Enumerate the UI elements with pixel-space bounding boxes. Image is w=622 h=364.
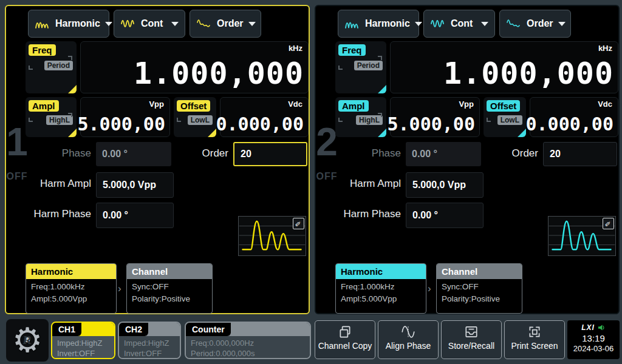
frequency-unit: kHz (289, 44, 302, 53)
counter-period: Period:0.000,000s (191, 348, 305, 359)
harm-ampl-value: 5.000,0 Vpp (412, 180, 466, 190)
order-mode-dropdown[interactable]: Order (499, 10, 571, 38)
tab-harmonic-freq: Freq:1.000kHz (26, 279, 116, 291)
ch2-status-card[interactable]: CH2 Imped:HighZ Invert:OFF (118, 322, 181, 359)
frequency-display[interactable]: kHz 1.000,000 (80, 41, 309, 93)
waveform-type-dropdown[interactable]: Harmonic (338, 10, 419, 38)
tab-channel-sync: Sync:OFF (127, 279, 212, 291)
ch2-invert: Invert:OFF (124, 348, 175, 359)
ampl-badge[interactable]: Ampl (29, 100, 59, 112)
offset-badge[interactable]: Offset (487, 100, 520, 112)
frequency-value: 1.000,000 (134, 56, 304, 91)
phase-label: Phase (316, 147, 401, 160)
offset-lowlevel-selector[interactable]: Offset LowL (174, 97, 216, 137)
harm-ampl-label: Harm Ampl (316, 178, 401, 190)
phase-field[interactable]: 0.00 ° (406, 142, 481, 166)
amplitude-value: 5.000,00 (78, 113, 166, 135)
period-badge[interactable]: Period (354, 61, 383, 70)
harm-ampl-field[interactable]: 5.000,0 Vpp (406, 172, 484, 198)
counter-card-body: Freq:0.000,000Hz Period:0.000,000s (186, 336, 310, 359)
harm-ampl-value: 5.000,0 Vpp (103, 180, 156, 190)
tab-harmonic[interactable]: Harmonic Freq:1.000kHz Ampl:5.000Vpp (26, 263, 117, 314)
archive-icon (464, 325, 479, 339)
harm-ampl-field[interactable]: 5.000,0 Vpp (96, 172, 174, 198)
freq-period-selector[interactable]: Freq Period (26, 41, 77, 93)
phase-field[interactable]: 0.00 ° (96, 142, 171, 166)
chevron-down-icon (481, 22, 488, 26)
edit-waveform-button[interactable] (293, 218, 304, 229)
tab-channel-polarity: Polarity:Positive (127, 291, 212, 303)
corner-mark (68, 56, 72, 60)
corner-mark (378, 113, 382, 117)
counter-status-card[interactable]: Counter Freq:0.000,000Hz Period:0.000,00… (185, 322, 311, 359)
tab-channel[interactable]: Channel Sync:OFF Polarity:Positive (436, 263, 522, 314)
offset-value: 0.000,00 (216, 113, 304, 135)
ampl-highlevel-selector[interactable]: Ampl HighL (26, 97, 77, 137)
status-clock: LXI 13:19 2024-03-06 (567, 320, 620, 359)
ch1-card-body: Imped:HighZ Invert:OFF (52, 336, 114, 359)
sine-wave-icon (400, 325, 416, 339)
chevron-down-icon (248, 22, 256, 26)
waveform-type-label: Harmonic (55, 18, 100, 29)
store-recall-button[interactable]: Store/Recall (441, 320, 502, 359)
ch1-impedance: Imped:HighZ (57, 338, 109, 348)
offset-display[interactable]: Vdc 0.000,00 (220, 97, 309, 137)
ampl-highlevel-selector[interactable]: Ampl HighL (335, 97, 386, 137)
tab-channel-title: Channel (127, 264, 212, 279)
phase-value: 0.00 ° (412, 149, 437, 160)
order-label: Order (496, 147, 538, 160)
freq-badge[interactable]: Freq (338, 44, 366, 56)
chevron-down-icon (105, 22, 112, 26)
corner-mark (378, 56, 382, 60)
amplitude-display[interactable]: Vpp 5.000,00 (80, 97, 170, 137)
rigol-logo-button[interactable]: R (6, 319, 49, 362)
counter-freq: Freq:0.000,000Hz (191, 338, 305, 348)
harmonic-wave-icon (344, 17, 360, 30)
lowlevel-badge[interactable]: LowL (497, 115, 522, 125)
ch2-card-header: CH2 (119, 323, 180, 336)
harm-phase-field[interactable]: 0.00 ° (96, 203, 174, 228)
freq-period-selector[interactable]: Freq Period (335, 41, 386, 93)
run-mode-dropdown[interactable]: Cont (114, 10, 185, 38)
ch1-status-card[interactable]: CH1 Imped:HighZ Invert:OFF (51, 322, 115, 359)
tab-harmonic-title: Harmonic (336, 264, 426, 279)
waveform-preview[interactable] (548, 216, 616, 256)
order-mode-label: Order (217, 18, 244, 29)
ch1-card-header: CH1 (52, 323, 114, 336)
edit-waveform-button[interactable] (603, 218, 614, 229)
corner-mark (29, 66, 33, 70)
run-mode-dropdown[interactable]: Cont (423, 10, 495, 38)
chevron-down-icon (558, 22, 566, 26)
freq-badge[interactable]: Freq (29, 44, 56, 56)
tab-channel[interactable]: Channel Sync:OFF Polarity:Positive (126, 263, 213, 314)
offset-lowlevel-selector[interactable]: Offset LowL (484, 97, 526, 137)
corner-mark (487, 118, 491, 122)
ampl-badge[interactable]: Ampl (338, 100, 369, 112)
tab-harmonic-ampl: Ampl:5.000Vpp (26, 291, 116, 303)
amplitude-display[interactable]: Vpp 5.000,00 (390, 97, 480, 137)
tab-harmonic[interactable]: Harmonic Freq:1.000kHz Ampl:5.000Vpp (335, 263, 426, 314)
waveform-preview[interactable] (238, 216, 306, 256)
order-field[interactable]: 20 (233, 142, 307, 166)
channel-copy-button[interactable]: Channel Copy (315, 320, 375, 359)
period-badge[interactable]: Period (44, 61, 73, 70)
order-field[interactable]: 20 (543, 142, 617, 166)
waveform-type-dropdown[interactable]: Harmonic (28, 10, 109, 38)
lowlevel-badge[interactable]: LowL (188, 115, 213, 125)
order-mode-dropdown[interactable]: Order (190, 10, 261, 38)
align-phase-button[interactable]: Align Phase (378, 320, 439, 359)
screenshot-icon (527, 325, 542, 339)
order-wave-icon (506, 17, 522, 30)
frequency-display[interactable]: kHz 1.000,000 (390, 41, 618, 93)
offset-display[interactable]: Vdc 0.000,00 (530, 97, 618, 137)
harm-phase-field[interactable]: 0.00 ° (406, 203, 484, 228)
offset-badge[interactable]: Offset (177, 100, 210, 112)
waveform-type-label: Harmonic (365, 18, 410, 29)
run-mode-label: Cont (141, 18, 163, 29)
harm-ampl-label: Harm Ampl (6, 178, 91, 190)
print-screen-button[interactable]: Print Screen (504, 320, 565, 359)
tab-harmonic-title: Harmonic (26, 264, 116, 279)
corner-mark (338, 66, 343, 70)
channel-1-panel: 1 OFF Harmonic Cont Order Freq Period (5, 5, 310, 314)
logo-letter: R (22, 333, 33, 347)
